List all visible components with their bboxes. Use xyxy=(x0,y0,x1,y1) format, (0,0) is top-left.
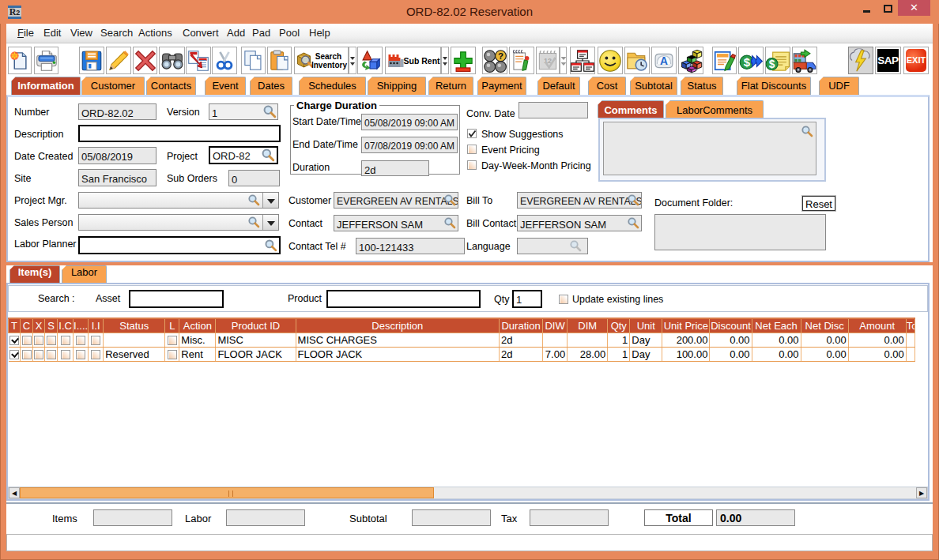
svg-text:Sub Rent: Sub Rent xyxy=(403,56,440,66)
svg-text:?: ? xyxy=(498,51,503,61)
svg-text:Search: Search xyxy=(315,52,341,61)
svg-text:A: A xyxy=(660,55,668,67)
svg-text:$: $ xyxy=(744,55,751,69)
svg-text:$: $ xyxy=(769,58,775,70)
svg-text:Inventory: Inventory xyxy=(311,61,346,70)
